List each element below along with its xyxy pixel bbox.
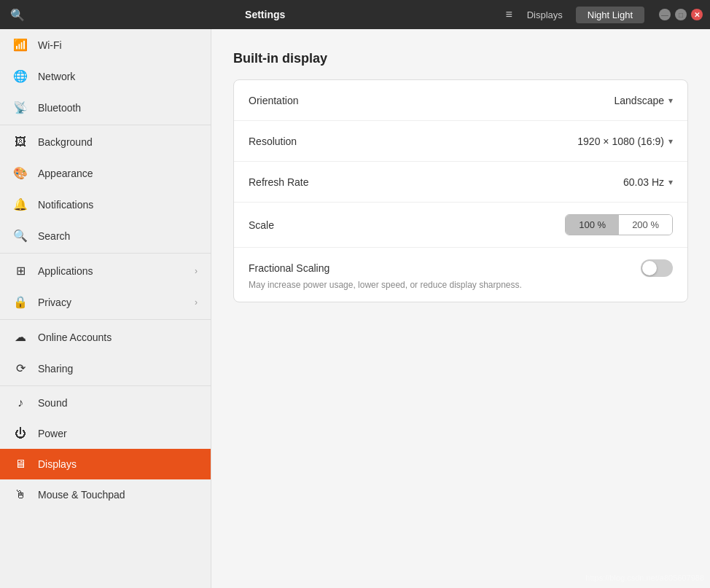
menu-icon[interactable]: ≡ [502, 5, 515, 24]
scale-row: Scale 100 % 200 % [234, 203, 687, 248]
background-icon: 🖼 [13, 136, 28, 149]
sidebar-label-online-accounts: Online Accounts [38, 332, 112, 343]
sidebar-item-search[interactable]: 🔍 Search [0, 220, 211, 251]
appearance-icon: 🎨 [13, 166, 28, 180]
sidebar-item-bluetooth[interactable]: 📡 Bluetooth [0, 92, 211, 123]
sidebar-label-privacy: Privacy [38, 297, 71, 308]
main-area: 📶 Wi-Fi 🌐 Network 📡 Bluetooth 🖼 Backgrou… [0, 29, 710, 588]
scale-button-group: 100 % 200 % [565, 214, 673, 235]
sidebar-label-search: Search [38, 230, 70, 242]
orientation-value-text: Landscape [614, 95, 664, 106]
chevron-privacy-icon: › [195, 297, 198, 307]
sidebar-item-wifi[interactable]: 📶 Wi-Fi [0, 29, 211, 60]
sidebar-item-appearance[interactable]: 🎨 Appearance [0, 157, 211, 189]
fractional-scaling-label: Fractional Scaling [249, 262, 641, 274]
power-icon: ⏻ [13, 427, 28, 440]
scale-buttons-group: 100 % 200 % [565, 214, 673, 235]
header-tabs: Displays Night Light [515, 7, 644, 23]
minimize-button[interactable]: — [659, 9, 671, 20]
displays-icon: 🖥 [13, 458, 28, 471]
display-settings-card: Orientation Landscape ▾ Resolution 1920 … [233, 79, 688, 302]
notifications-icon: 🔔 [13, 197, 28, 211]
refresh-rate-label: Refresh Rate [249, 176, 623, 188]
sidebar-item-sharing[interactable]: ⟳ Sharing [0, 353, 211, 384]
fractional-scaling-description: May increase power usage, lower speed, o… [249, 280, 522, 290]
window-controls: — □ ✕ [659, 9, 703, 20]
tab-displays[interactable]: Displays [515, 7, 574, 23]
network-icon: 🌐 [13, 69, 28, 83]
sidebar-label-bluetooth: Bluetooth [38, 102, 81, 114]
sidebar-item-network[interactable]: 🌐 Network [0, 60, 211, 92]
sidebar-label-appearance: Appearance [38, 168, 93, 179]
sidebar-label-wifi: Wi-Fi [38, 39, 62, 51]
sidebar-label-displays: Displays [38, 458, 77, 470]
sidebar-label-applications: Applications [38, 265, 93, 277]
mouse-touchpad-icon: 🖱 [13, 488, 28, 501]
sidebar-label-background: Background [38, 136, 93, 148]
wifi-icon: 📶 [13, 38, 28, 52]
divider-2 [0, 253, 211, 254]
sidebar-item-power[interactable]: ⏻ Power [0, 418, 211, 449]
chevron-applications-icon: › [195, 266, 198, 276]
search-nav-icon: 🔍 [13, 229, 28, 243]
watermark: https://blog.csdn.net/a805607988 [585, 573, 704, 582]
sidebar-item-sound[interactable]: ♪ Sound [0, 388, 211, 418]
scale-200-button[interactable]: 200 % [619, 215, 672, 235]
fractional-scaling-toggle[interactable] [641, 259, 673, 277]
sidebar-item-displays[interactable]: 🖥 Displays [0, 449, 211, 479]
sidebar-item-mouse-touchpad[interactable]: 🖱 Mouse & Touchpad [0, 479, 211, 510]
sidebar-item-background[interactable]: 🖼 Background [0, 127, 211, 157]
fractional-scaling-row: Fractional Scaling May increase power us… [234, 248, 687, 302]
orientation-label: Orientation [249, 95, 614, 106]
applications-icon: ⊞ [13, 264, 28, 278]
refresh-rate-row: Refresh Rate 60.03 Hz ▾ [234, 162, 687, 203]
orientation-value[interactable]: Landscape ▾ [614, 95, 673, 106]
sidebar-label-power: Power [38, 428, 67, 439]
resolution-value-text: 1920 × 1080 (16:9) [577, 136, 664, 147]
bluetooth-icon: 📡 [13, 101, 28, 114]
titlebar: 🔍 Settings ≡ Displays Night Light — □ ✕ [0, 0, 710, 29]
sidebar-label-notifications: Notifications [38, 199, 93, 211]
sidebar-label-sharing: Sharing [38, 363, 73, 375]
sidebar-label-network: Network [38, 71, 75, 82]
divider-1 [0, 125, 211, 125]
online-accounts-icon: ☁ [13, 330, 28, 344]
main-content: Built-in display Orientation Landscape ▾… [211, 29, 710, 588]
sidebar-item-privacy[interactable]: 🔒 Privacy › [0, 286, 211, 318]
tab-night-light[interactable]: Night Light [576, 7, 644, 23]
close-button[interactable]: ✕ [691, 9, 703, 20]
refresh-rate-value[interactable]: 60.03 Hz ▾ [623, 176, 673, 188]
divider-4 [0, 385, 211, 386]
scale-label: Scale [249, 219, 565, 231]
privacy-icon: 🔒 [13, 295, 28, 309]
sidebar-item-notifications[interactable]: 🔔 Notifications [0, 189, 211, 220]
resolution-value[interactable]: 1920 × 1080 (16:9) ▾ [577, 136, 673, 147]
orientation-dropdown-arrow-icon: ▾ [668, 95, 673, 106]
refresh-rate-dropdown-arrow-icon: ▾ [668, 177, 673, 187]
sidebar-item-applications[interactable]: ⊞ Applications › [0, 255, 211, 286]
sidebar: 📶 Wi-Fi 🌐 Network 📡 Bluetooth 🖼 Backgrou… [0, 29, 211, 588]
resolution-dropdown-arrow-icon: ▾ [668, 136, 673, 146]
sidebar-label-sound: Sound [38, 397, 67, 409]
toggle-knob [642, 261, 657, 275]
refresh-rate-value-text: 60.03 Hz [623, 176, 664, 188]
resolution-row: Resolution 1920 × 1080 (16:9) ▾ [234, 121, 687, 162]
maximize-button[interactable]: □ [675, 9, 687, 20]
orientation-row: Orientation Landscape ▾ [234, 80, 687, 121]
search-icon[interactable]: 🔍 [7, 5, 28, 25]
sharing-icon: ⟳ [13, 361, 28, 375]
scale-100-button[interactable]: 100 % [566, 215, 619, 235]
section-title: Built-in display [233, 51, 688, 66]
divider-3 [0, 319, 211, 320]
sidebar-item-online-accounts[interactable]: ☁ Online Accounts [0, 321, 211, 353]
sidebar-label-mouse-touchpad: Mouse & Touchpad [38, 489, 125, 501]
resolution-label: Resolution [249, 136, 577, 147]
sound-icon: ♪ [13, 396, 28, 409]
app-title: Settings [28, 9, 502, 20]
